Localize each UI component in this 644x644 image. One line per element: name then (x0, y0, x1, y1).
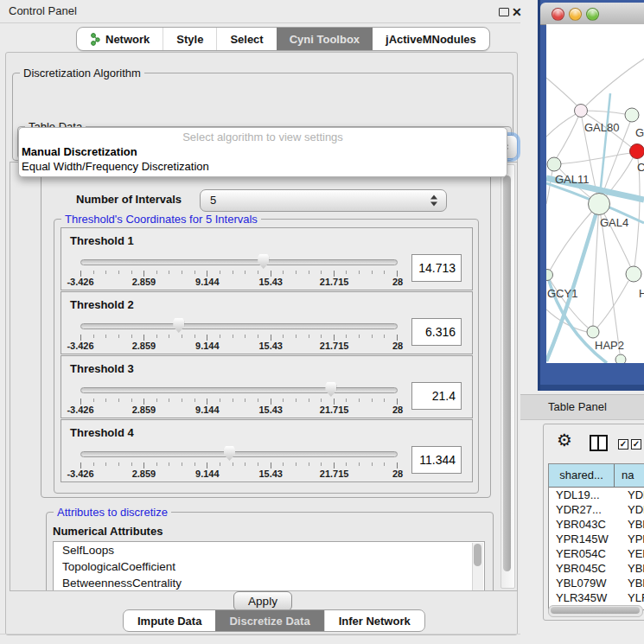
network-node[interactable] (589, 194, 610, 215)
attribute-list-item[interactable]: SelfLoops (54, 542, 484, 558)
popup-option-equal-width-frequency[interactable]: Equal Width/Frequency Discretization (19, 159, 507, 174)
network-node[interactable] (547, 157, 561, 171)
tab-impute-data[interactable]: Impute Data (124, 610, 215, 631)
cell-name[interactable]: YDL1 (621, 488, 644, 502)
slider-thumb[interactable] (224, 446, 235, 461)
network-node[interactable] (630, 144, 644, 159)
threshold-4-slider[interactable]: -3.4262.8599.14415.4321.71528 (80, 444, 398, 481)
table-horizontal-scrollbar[interactable] (548, 605, 643, 617)
float-window-icon[interactable] (499, 8, 509, 16)
control-panel-window: Control Panel ✕ Network Style Select Cyn… (0, 0, 520, 644)
columns-icon[interactable] (590, 435, 608, 451)
table-row[interactable]: YDR27...YDR2 (549, 502, 644, 517)
tab-infer-network[interactable]: Infer Network (324, 610, 424, 631)
threshold-2-slider[interactable]: -3.4262.8599.14415.4321.71528 (80, 316, 398, 353)
panel-scrollbar-thumb[interactable] (503, 175, 511, 571)
scale-tick-label: 2.859 (132, 405, 156, 415)
slider-thumb[interactable] (173, 318, 184, 333)
threshold-1-slider[interactable]: -3.4262.8599.14415.4321.71528 (80, 252, 398, 289)
threshold-3-slider[interactable]: -3.4262.8599.14415.4321.71528 (80, 380, 398, 417)
numerical-attributes-list[interactable]: SelfLoopsTopologicalCoefficientBetweenne… (53, 541, 485, 591)
cell-shared-name[interactable]: YDL19... (549, 488, 621, 502)
threshold-4-value-field[interactable] (411, 446, 462, 474)
threshold-3-value-field[interactable] (411, 382, 462, 410)
slider-track[interactable] (80, 451, 398, 457)
checkbox-icon[interactable]: ✓ (631, 439, 641, 450)
cell-shared-name[interactable]: YBR043C (549, 517, 621, 532)
attribute-list-item[interactable]: BetweennessCentrality (54, 575, 484, 591)
cell-name[interactable]: YBR0 (621, 517, 644, 532)
network-edge[interactable] (585, 59, 644, 106)
network-node[interactable] (615, 354, 626, 363)
network-node[interactable] (575, 105, 588, 118)
table-row[interactable]: YBR045CYBR0 (549, 561, 644, 576)
slider-track[interactable] (80, 387, 398, 393)
network-window-titlebar[interactable] (540, 3, 644, 25)
gear-icon[interactable]: ⚙ (557, 430, 572, 450)
mac-zoom-button[interactable] (586, 8, 599, 21)
network-view-window[interactable]: GAL80GACGAL11GAL4GCY1HHAP2 (538, 0, 644, 391)
network-edge[interactable] (550, 204, 599, 271)
checkbox-icon[interactable]: ✓ (618, 439, 628, 450)
cell-name[interactable]: YDR2 (621, 502, 644, 517)
network-edge[interactable] (634, 159, 640, 274)
table-row[interactable]: YBR043CYBR0 (549, 517, 644, 532)
cell-name[interactable]: YER0 (621, 546, 644, 561)
cell-name[interactable]: YBR0 (621, 561, 644, 576)
cell-shared-name[interactable]: YER054C (549, 546, 621, 561)
network-edge[interactable] (546, 78, 577, 106)
cell-shared-name[interactable]: YPR145W (549, 532, 621, 546)
tab-jactivemnodules-label: jActiveMNodules (386, 33, 476, 46)
tab-network[interactable]: Network (77, 28, 163, 50)
cell-shared-name[interactable]: YBR045C (549, 561, 621, 576)
table-panel-title: Table Panel (548, 395, 607, 419)
network-edge[interactable] (556, 111, 581, 159)
table-row[interactable]: YER054CYER0 (549, 546, 644, 561)
slider-thumb[interactable] (325, 382, 336, 397)
tab-cyni-toolbox[interactable]: Cyni Toolbox (277, 28, 373, 50)
network-node[interactable] (625, 108, 639, 122)
tab-jactivemnodules[interactable]: jActiveMNodules (373, 28, 489, 50)
apply-button[interactable]: Apply (233, 591, 292, 611)
close-icon[interactable]: ✕ (512, 3, 522, 21)
mac-close-button[interactable] (552, 8, 564, 21)
cell-shared-name[interactable]: YBL079W (549, 576, 621, 590)
slider-thumb[interactable] (258, 254, 269, 269)
list-scrollbar-thumb[interactable] (474, 544, 481, 566)
network-edge[interactable] (546, 114, 576, 137)
cell-name[interactable]: YPR1 (621, 532, 644, 546)
cell-shared-name[interactable]: YDR27... (549, 502, 621, 517)
table-row[interactable]: YLR345WYLR3 (549, 590, 644, 605)
column-header-shared[interactable]: shared... (549, 464, 615, 487)
cell-name[interactable]: YLR3 (621, 590, 644, 605)
table-hscrollbar-thumb[interactable] (551, 607, 640, 614)
mac-minimize-button[interactable] (569, 8, 582, 21)
panel-scrollbar[interactable] (501, 164, 515, 589)
cell-name[interactable]: YBL0 (621, 576, 644, 590)
table-row[interactable]: YBL079WYBL0 (549, 576, 644, 590)
tab-select[interactable]: Select (216, 28, 276, 50)
network-node[interactable] (546, 270, 553, 281)
column-header-name[interactable]: na (615, 464, 644, 487)
slider-track[interactable] (80, 323, 398, 329)
network-node-label: GA (635, 126, 644, 139)
table-row[interactable]: YDL19...YDL1 (549, 488, 644, 502)
network-edge[interactable] (554, 153, 630, 164)
scale-tick-label: -3.426 (67, 341, 93, 351)
cell-shared-name[interactable]: YLR345W (549, 590, 621, 605)
network-canvas[interactable]: GAL80GACGAL11GAL4GCY1HHAP2 (546, 24, 644, 363)
tab-discretize-data[interactable]: Discretize Data (215, 610, 323, 631)
popup-option-manual-discretization[interactable]: Manual Discretization (19, 144, 507, 159)
threshold-1-value-field[interactable] (411, 254, 462, 282)
node-attribute-table[interactable]: shared... na YDL19...YDL1YDR27...YDR2YBR… (548, 463, 644, 610)
list-scrollbar[interactable] (472, 543, 483, 591)
network-node-label: H (639, 287, 644, 300)
network-node[interactable] (587, 326, 599, 338)
tab-style[interactable]: Style (163, 28, 216, 50)
threshold-2-value-field[interactable] (411, 318, 462, 346)
attribute-list-item[interactable]: TopologicalCoefficient (54, 558, 484, 575)
slider-track[interactable] (80, 259, 398, 265)
network-node[interactable] (626, 266, 641, 282)
table-row[interactable]: YPR145WYPR1 (549, 532, 644, 546)
number-of-intervals-combo[interactable]: 5 (200, 189, 447, 212)
